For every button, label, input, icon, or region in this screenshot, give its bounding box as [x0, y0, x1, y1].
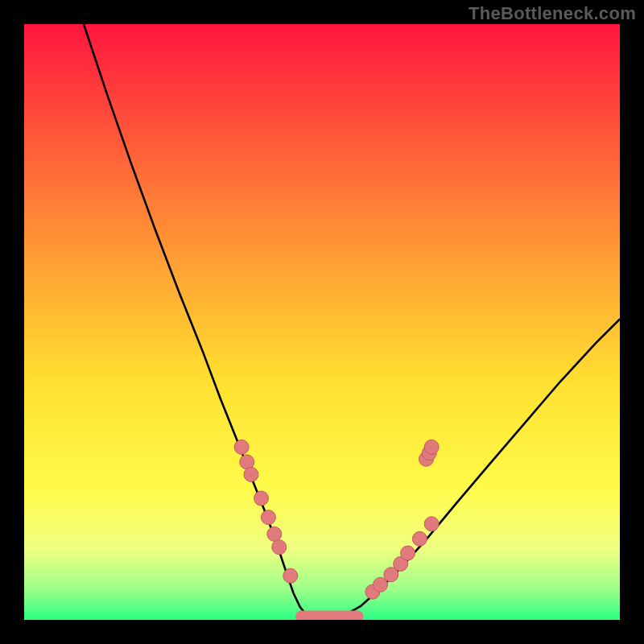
watermark-text: TheBottleneck.com: [469, 3, 636, 24]
data-marker: [422, 446, 436, 460]
data-marker: [254, 491, 269, 506]
data-marker: [374, 577, 388, 592]
data-marker: [234, 440, 249, 454]
data-marker: [401, 546, 415, 560]
data-marker: [412, 531, 427, 546]
bottleneck-curve: [24, 24, 620, 620]
data-marker: [424, 440, 439, 454]
data-marker: [240, 455, 254, 469]
data-marker: [384, 568, 398, 582]
data-marker: [272, 540, 287, 555]
data-marker: [283, 568, 298, 583]
data-marker: [244, 467, 258, 481]
marker-layer: [24, 24, 620, 620]
data-marker: [261, 510, 275, 525]
data-marker: [394, 556, 408, 571]
plot-area: [24, 24, 620, 620]
data-marker: [424, 517, 439, 531]
data-marker: [365, 584, 380, 599]
data-marker: [267, 526, 282, 541]
chart-stage: TheBottleneck.com: [0, 0, 644, 644]
data-marker: [419, 452, 434, 466]
